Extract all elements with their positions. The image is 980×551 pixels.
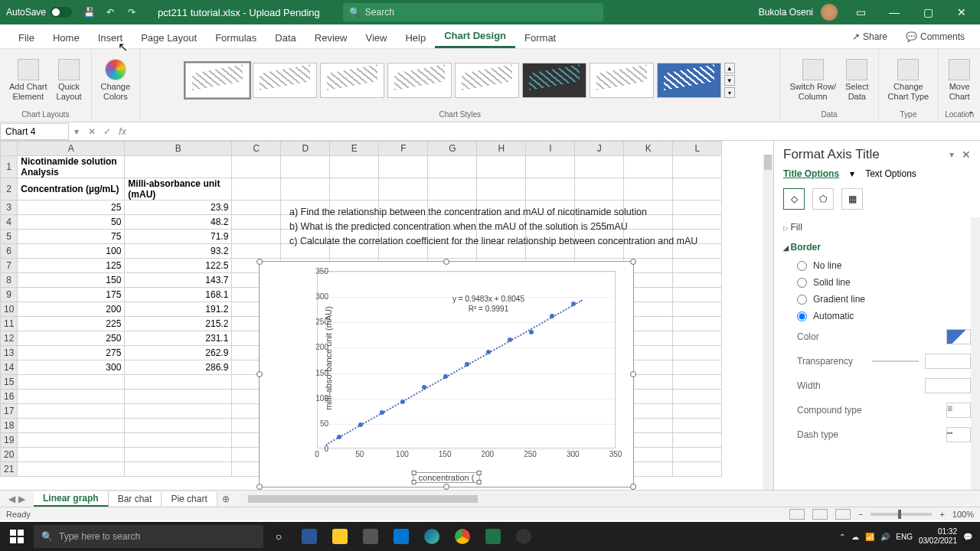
change-chart-type-button[interactable]: Change Chart Type bbox=[885, 56, 933, 105]
chart-style-4[interactable] bbox=[387, 63, 452, 98]
compound-dropdown[interactable]: ≡ bbox=[946, 403, 971, 418]
zoom-level[interactable]: 100% bbox=[952, 510, 974, 519]
color-picker[interactable] bbox=[946, 329, 971, 344]
add-chart-element-button[interactable]: Add Chart Element bbox=[6, 56, 51, 105]
onedrive-icon[interactable]: ☁ bbox=[851, 533, 859, 541]
undo-icon[interactable]: ↶ bbox=[103, 5, 118, 20]
store-icon[interactable] bbox=[355, 522, 386, 551]
select-data-button[interactable]: Select Data bbox=[842, 56, 872, 105]
system-tray[interactable]: ⌃ ☁ 📶 🔊 ENG 01:32 03/02/2021 💬 bbox=[831, 527, 980, 546]
transparency-row[interactable]: Transparency bbox=[783, 349, 971, 373]
excel-icon[interactable] bbox=[478, 522, 508, 551]
tab-data[interactable]: Data bbox=[266, 28, 305, 48]
chart-style-5[interactable] bbox=[455, 63, 519, 98]
share-button[interactable]: ↗Share bbox=[846, 28, 893, 45]
move-chart-button[interactable]: Move Chart bbox=[946, 56, 973, 105]
fill-section[interactable]: Fill bbox=[783, 217, 971, 237]
vertical-scrollbar[interactable] bbox=[763, 155, 773, 490]
chart-style-7[interactable] bbox=[590, 63, 654, 98]
worksheet[interactable]: ABCDEFGHIJKL1Nicotinamide solution Analy… bbox=[0, 141, 773, 490]
chart-style-1[interactable] bbox=[185, 63, 250, 98]
panel-close-button[interactable]: ✕ bbox=[962, 148, 971, 161]
add-sheet-button[interactable]: ⊕ bbox=[217, 494, 234, 504]
panel-options-icon[interactable]: ▾ bbox=[949, 149, 954, 160]
solid-line-radio[interactable]: Solid line bbox=[783, 274, 971, 291]
tab-home[interactable]: Home bbox=[44, 28, 89, 48]
xlabel-handle[interactable] bbox=[476, 471, 481, 475]
tray-chevron-icon[interactable]: ⌃ bbox=[839, 533, 845, 541]
quick-layout-button[interactable]: Quick Layout bbox=[54, 56, 85, 105]
chart-style-2[interactable] bbox=[253, 63, 317, 98]
tab-chart-design[interactable]: Chart Design bbox=[435, 25, 515, 48]
maximize-button[interactable]: ▢ bbox=[913, 0, 943, 24]
resize-handle-sw[interactable] bbox=[256, 484, 263, 490]
change-colors-button[interactable]: Change Colors bbox=[98, 56, 134, 105]
chart-style-8[interactable] bbox=[657, 63, 721, 98]
title-options-tab[interactable]: Title Options bbox=[783, 168, 839, 179]
close-button[interactable]: ✕ bbox=[946, 0, 977, 24]
user-name[interactable]: Bukola Oseni bbox=[759, 7, 813, 18]
toggle-switch[interactable] bbox=[51, 7, 72, 18]
border-section[interactable]: Border bbox=[783, 237, 971, 257]
dash-dropdown[interactable]: ┅ bbox=[946, 427, 971, 442]
effects-icon[interactable]: ⬠ bbox=[812, 188, 834, 210]
explorer-icon[interactable] bbox=[325, 522, 355, 551]
edge-icon[interactable] bbox=[416, 522, 447, 551]
tab-review[interactable]: Review bbox=[305, 28, 357, 48]
tab-page-layout[interactable]: Page Layout bbox=[132, 28, 206, 48]
tab-view[interactable]: View bbox=[356, 28, 396, 48]
resize-handle-e[interactable] bbox=[630, 371, 636, 377]
resize-handle-nw[interactable] bbox=[256, 259, 263, 265]
language-indicator[interactable]: ENG bbox=[896, 533, 913, 541]
tab-file[interactable]: File bbox=[9, 28, 44, 48]
cancel-icon[interactable]: ✕ bbox=[84, 126, 100, 137]
volume-icon[interactable]: 🔊 bbox=[880, 533, 890, 541]
autosave-toggle[interactable]: AutoSave bbox=[0, 7, 78, 18]
sheet-tab-bar[interactable]: Bar chat bbox=[109, 492, 162, 506]
sheet-tab-linear[interactable]: Linear graph bbox=[34, 491, 109, 507]
width-row[interactable]: Width bbox=[783, 373, 971, 398]
comments-button[interactable]: 💬Comments bbox=[900, 28, 971, 45]
gradient-line-radio[interactable]: Gradient line bbox=[783, 291, 971, 308]
search-input[interactable] bbox=[365, 7, 597, 18]
confirm-icon[interactable]: ✓ bbox=[100, 126, 115, 137]
mail-icon[interactable] bbox=[386, 522, 416, 551]
ribbon-mode-icon[interactable]: ▭ bbox=[845, 0, 876, 24]
resize-handle-n[interactable] bbox=[443, 259, 449, 265]
styles-scroll-down[interactable]: ▼ bbox=[724, 75, 735, 86]
redo-icon[interactable]: ↷ bbox=[124, 5, 139, 20]
filename[interactable]: pct211 tutorial.xlsx - Upload Pending bbox=[158, 7, 320, 18]
fill-line-icon[interactable]: ◇ bbox=[783, 188, 805, 210]
page-layout-view-button[interactable] bbox=[812, 509, 828, 520]
tab-insert[interactable]: Insert bbox=[89, 28, 132, 48]
xlabel-handle[interactable] bbox=[476, 480, 481, 484]
width-input[interactable] bbox=[925, 378, 971, 393]
start-button[interactable] bbox=[0, 522, 34, 551]
avatar[interactable] bbox=[821, 4, 838, 21]
chevron-down-icon[interactable]: ▾ bbox=[69, 126, 84, 137]
fx-icon[interactable]: fx bbox=[115, 126, 130, 137]
resize-handle-s[interactable] bbox=[443, 484, 449, 490]
resize-handle-w[interactable] bbox=[256, 371, 263, 377]
switch-row-column-button[interactable]: Switch Row/ Column bbox=[786, 56, 839, 105]
search-box[interactable]: 🔍 bbox=[343, 3, 603, 21]
normal-view-button[interactable] bbox=[789, 509, 805, 520]
automatic-radio[interactable]: Automatic bbox=[783, 308, 971, 324]
zoom-in-button[interactable]: + bbox=[939, 510, 944, 519]
x-axis-label[interactable]: concentration ( bbox=[414, 473, 479, 482]
tab-help[interactable]: Help bbox=[396, 28, 435, 48]
minimize-button[interactable]: ― bbox=[879, 0, 910, 24]
text-options-tab[interactable]: Text Options bbox=[865, 168, 916, 179]
wifi-icon[interactable]: 📶 bbox=[865, 533, 874, 541]
tab-format[interactable]: Format bbox=[515, 28, 565, 48]
compound-type-row[interactable]: Compound type≡ bbox=[783, 398, 971, 422]
xlabel-handle[interactable] bbox=[412, 471, 416, 475]
chevron-down-icon[interactable]: ▾ bbox=[850, 168, 854, 179]
clock[interactable]: 01:32 03/02/2021 bbox=[919, 527, 957, 546]
color-row[interactable]: Color bbox=[783, 324, 971, 349]
size-properties-icon[interactable]: ▦ bbox=[841, 188, 863, 210]
resize-handle-ne[interactable] bbox=[630, 259, 636, 265]
taskbar-search[interactable]: 🔍Type here to search bbox=[34, 525, 263, 548]
resize-handle-se[interactable] bbox=[630, 484, 636, 490]
obs-icon[interactable] bbox=[508, 522, 539, 551]
